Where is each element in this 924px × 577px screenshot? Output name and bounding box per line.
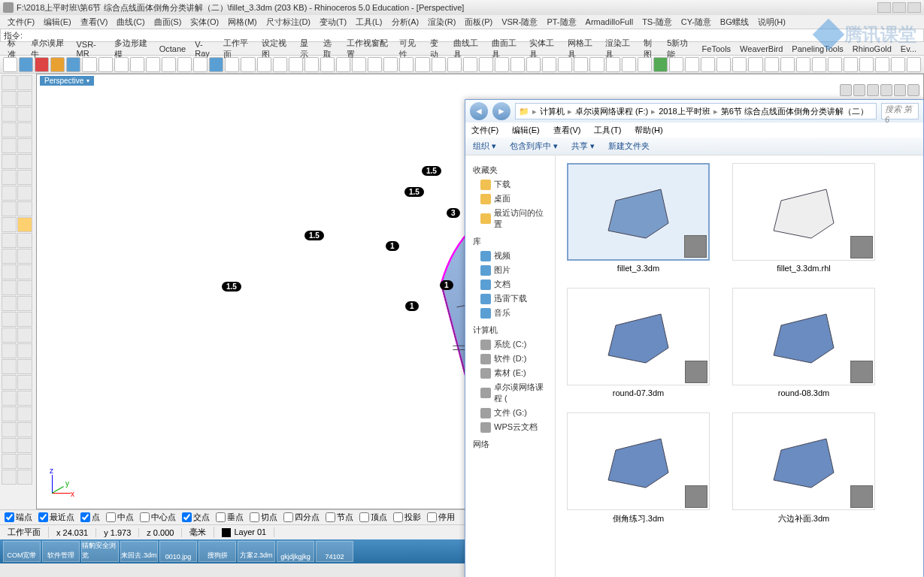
toolbar-icon[interactable] bbox=[875, 57, 889, 72]
tab[interactable]: FeTools bbox=[698, 44, 736, 53]
menu-item[interactable]: 变动(T) bbox=[315, 17, 351, 28]
tool-button[interactable] bbox=[2, 280, 17, 295]
breadcrumb-item[interactable]: 2018上平时班 bbox=[659, 106, 710, 117]
tool-button[interactable] bbox=[2, 359, 17, 374]
close-button[interactable] bbox=[907, 2, 921, 13]
tool-button[interactable] bbox=[2, 186, 17, 201]
toolbar-icon[interactable] bbox=[114, 57, 129, 72]
toolbar-icon[interactable] bbox=[35, 57, 49, 72]
toolbar-icon[interactable] bbox=[701, 57, 715, 72]
toolbar-icon[interactable] bbox=[765, 57, 779, 72]
file-item[interactable]: round-07.3dm bbox=[563, 288, 713, 397]
file-item[interactable]: fillet_3.3dm bbox=[563, 163, 713, 273]
sidebar-item[interactable]: 下载 bbox=[470, 177, 550, 192]
taskbar-item[interactable]: COM宽带 bbox=[3, 541, 41, 562]
osnap-option[interactable]: 四分点 bbox=[283, 512, 320, 523]
osnap-option[interactable]: 停用 bbox=[427, 512, 455, 523]
menu-item[interactable]: 工具(L) bbox=[351, 17, 386, 28]
sidebar-item[interactable]: 视频 bbox=[470, 249, 550, 263]
back-button[interactable]: ◄ bbox=[470, 102, 488, 120]
toolbar-icon[interactable] bbox=[606, 57, 620, 72]
menu-item[interactable]: 曲线(C) bbox=[112, 17, 149, 28]
explorer-menu-item[interactable]: 查看(V) bbox=[553, 125, 581, 136]
dimension-badge[interactable]: 1.5 bbox=[404, 187, 424, 197]
file-item[interactable]: fillet_3.3dm.rhl bbox=[729, 163, 879, 273]
tool-button[interactable] bbox=[17, 328, 32, 343]
tool-button[interactable] bbox=[2, 454, 17, 469]
taskbar-item[interactable]: 搜狗拼 bbox=[198, 541, 236, 562]
tool-button[interactable] bbox=[2, 328, 17, 343]
menu-item[interactable]: 实体(O) bbox=[186, 17, 223, 28]
toolbar-icon[interactable] bbox=[463, 57, 477, 72]
toolbar-icon[interactable] bbox=[432, 57, 446, 72]
menu-item[interactable]: 曲面(S) bbox=[150, 17, 186, 28]
toolbar-icon[interactable] bbox=[844, 57, 858, 72]
panel-icon[interactable] bbox=[907, 84, 919, 96]
menu-item[interactable]: 编辑(E) bbox=[39, 17, 76, 28]
toolbar-icon[interactable] bbox=[146, 57, 160, 72]
taskbar-item[interactable]: gkjdjkgjkg bbox=[277, 541, 314, 562]
toolbar-icon[interactable] bbox=[82, 57, 96, 72]
taskbar-item[interactable]: 猎豹安全浏览 bbox=[81, 541, 119, 562]
toolbar-icon[interactable] bbox=[812, 57, 826, 72]
tool-button[interactable] bbox=[2, 217, 17, 232]
explorer-menu-item[interactable]: 文件(F) bbox=[471, 125, 498, 136]
breadcrumb-item[interactable]: 计算机 bbox=[540, 106, 565, 117]
sidebar-item[interactable]: 最近访问的位置 bbox=[470, 206, 550, 231]
file-item[interactable]: round-08.3dm bbox=[729, 288, 879, 397]
dimension-badge[interactable]: 1 bbox=[440, 280, 453, 290]
tool-button[interactable] bbox=[17, 170, 32, 185]
tool-button[interactable] bbox=[2, 343, 17, 358]
menu-item[interactable]: PT-随意 bbox=[542, 17, 580, 28]
taskbar-item[interactable]: 方案2.3dm bbox=[238, 541, 275, 562]
sidebar-section-header[interactable]: 库 bbox=[470, 236, 550, 247]
tool-button[interactable] bbox=[17, 107, 32, 122]
sidebar-item[interactable]: 软件 (D:) bbox=[470, 352, 550, 366]
dimension-badge[interactable]: 1.5 bbox=[304, 231, 324, 240]
dimension-badge[interactable]: 3 bbox=[447, 208, 460, 218]
tool-button[interactable] bbox=[2, 154, 17, 169]
panel-icon[interactable] bbox=[880, 84, 892, 96]
taskbar-item[interactable]: 74102 bbox=[316, 541, 353, 562]
toolbar-icon[interactable] bbox=[859, 57, 874, 72]
panel-icon[interactable] bbox=[840, 84, 852, 96]
toolbar-icon[interactable] bbox=[336, 57, 350, 72]
tool-button[interactable] bbox=[17, 233, 32, 248]
minimize-button[interactable] bbox=[877, 2, 891, 13]
tool-button[interactable] bbox=[2, 249, 17, 264]
tool-button[interactable] bbox=[17, 201, 32, 216]
tool-button[interactable] bbox=[17, 154, 32, 169]
osnap-option[interactable]: 点 bbox=[80, 512, 100, 523]
osnap-option[interactable]: 切点 bbox=[250, 512, 277, 523]
menu-item[interactable]: 渲染(R) bbox=[423, 17, 460, 28]
tool-button[interactable] bbox=[17, 438, 32, 453]
sidebar-section-header[interactable]: 计算机 bbox=[470, 325, 550, 336]
toolbar-icon[interactable] bbox=[130, 57, 144, 72]
tool-button[interactable] bbox=[17, 312, 32, 327]
tool-button[interactable] bbox=[17, 91, 32, 106]
status-layer[interactable]: Layer 01 bbox=[214, 527, 274, 537]
toolbar-icon[interactable] bbox=[257, 57, 271, 72]
menu-item[interactable]: 网格(M) bbox=[223, 17, 262, 28]
osnap-option[interactable]: 顶点 bbox=[359, 512, 387, 523]
toolbar-icon[interactable] bbox=[907, 57, 921, 72]
menu-item[interactable]: 尺寸标注(D) bbox=[262, 17, 315, 28]
menu-item[interactable]: ArmadilloFull bbox=[581, 17, 638, 26]
toolbar-icon[interactable] bbox=[780, 57, 795, 72]
toolbar-icon[interactable] bbox=[225, 57, 239, 72]
toolbar-icon[interactable] bbox=[98, 57, 113, 72]
tool-button[interactable] bbox=[17, 186, 32, 201]
toolbar-icon[interactable] bbox=[241, 57, 255, 72]
taskbar-item[interactable]: 来回去.3dm bbox=[120, 541, 158, 562]
tab[interactable]: WeaverBird bbox=[735, 44, 787, 53]
explorer-menu-item[interactable]: 帮助(H) bbox=[635, 125, 662, 136]
tool-button[interactable] bbox=[2, 375, 17, 390]
osnap-option[interactable]: 最近点 bbox=[38, 512, 74, 523]
toolbar-icon[interactable] bbox=[732, 57, 747, 72]
tool-button[interactable] bbox=[17, 249, 32, 264]
toolbar-icon[interactable] bbox=[638, 57, 652, 72]
tool-button[interactable] bbox=[2, 233, 17, 248]
explorer-toolbar-item[interactable]: 组织 ▾ bbox=[473, 140, 496, 152]
toolbar-icon[interactable] bbox=[304, 57, 319, 72]
toolbar-icon[interactable] bbox=[891, 57, 905, 72]
